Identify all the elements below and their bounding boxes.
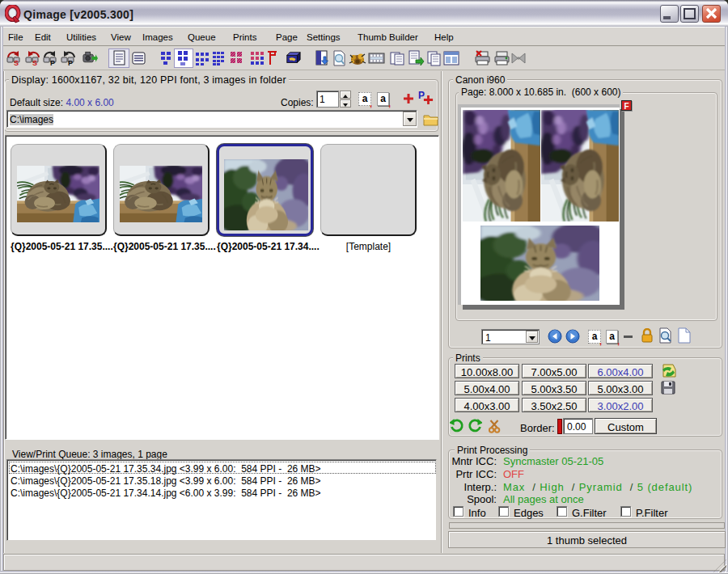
svg-text:S: S [14,59,19,66]
svg-text:S: S [32,59,37,66]
svg-text:P: P [68,59,73,66]
svg-text:P: P [50,59,55,66]
